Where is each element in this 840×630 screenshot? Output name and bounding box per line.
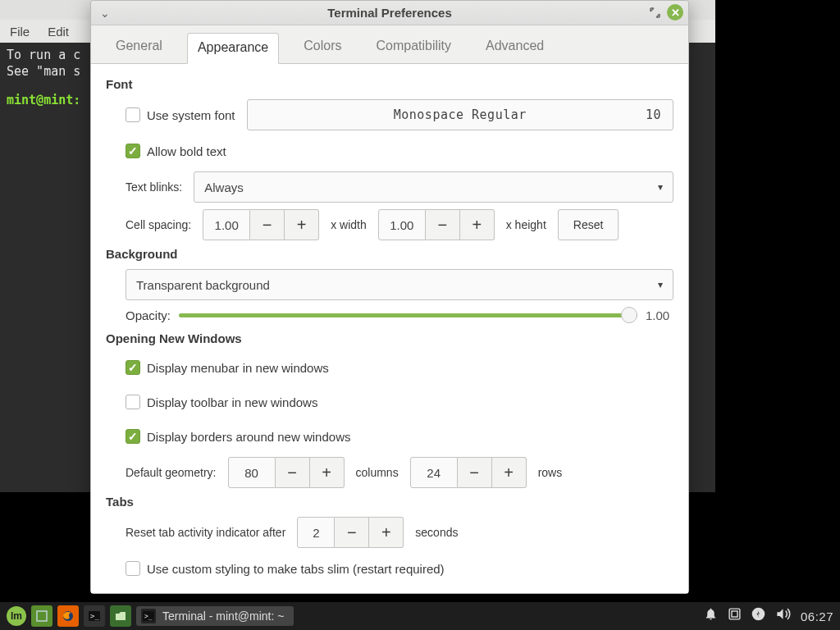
width-suffix: x width bbox=[331, 218, 367, 231]
terminal-prompt: mint@mint: bbox=[7, 93, 80, 107]
use-system-font-checkbox[interactable]: Use system font bbox=[126, 107, 235, 122]
plus-button[interactable]: + bbox=[285, 209, 319, 240]
reset-indicator-label: Reset tab activity indicator after bbox=[126, 526, 285, 539]
tab-bar: General Appearance Colors Compatibility … bbox=[91, 25, 688, 64]
font-chooser-button[interactable]: Monospace Regular 10 bbox=[247, 99, 673, 130]
terminal-menu-edit[interactable]: Edit bbox=[48, 25, 69, 39]
display-toolbar-checkbox[interactable]: Display toolbar in new windows bbox=[126, 395, 317, 409]
font-size: 10 bbox=[646, 107, 661, 122]
svg-text:>_: >_ bbox=[90, 612, 99, 620]
use-system-font-label: Use system font bbox=[147, 108, 235, 122]
show-desktop-icon[interactable] bbox=[31, 605, 52, 627]
minus-button[interactable]: − bbox=[426, 209, 460, 240]
display-borders-label: Display borders around new windows bbox=[147, 430, 350, 444]
power-icon[interactable] bbox=[751, 607, 765, 625]
appearance-panel: Font Use system font Monospace Regular 1… bbox=[91, 64, 688, 593]
taskbar-app-terminal[interactable]: >_ Terminal - mint@mint: ~ bbox=[136, 606, 294, 626]
files-icon[interactable] bbox=[110, 605, 131, 627]
seconds-suffix: seconds bbox=[415, 526, 458, 539]
workspace-icon[interactable] bbox=[728, 607, 742, 625]
seconds-value[interactable]: 2 bbox=[297, 517, 335, 548]
cell-spacing-label: Cell spacing: bbox=[126, 218, 191, 231]
svg-text:>_: >_ bbox=[144, 613, 153, 620]
columns-value[interactable]: 80 bbox=[228, 457, 276, 488]
terminal-menu-file[interactable]: File bbox=[10, 25, 30, 39]
dialog-titlebar[interactable]: ⌄ Terminal Preferences ✕ bbox=[91, 1, 688, 25]
display-menubar-label: Display menubar in new windows bbox=[147, 361, 329, 375]
text-blinks-label: Text blinks: bbox=[126, 180, 182, 194]
checkbox-icon bbox=[126, 429, 140, 444]
cell-width-value[interactable]: 1.00 bbox=[203, 209, 250, 240]
plus-button[interactable]: + bbox=[369, 517, 404, 548]
chevron-down-icon: ▾ bbox=[658, 279, 663, 290]
svg-rect-0 bbox=[37, 611, 47, 621]
cell-height-value[interactable]: 1.00 bbox=[378, 209, 426, 240]
allow-bold-checkbox[interactable]: Allow bold text bbox=[126, 144, 226, 158]
slider-track bbox=[179, 313, 637, 317]
section-new-windows: Opening New Windows bbox=[106, 331, 673, 345]
columns-spinner[interactable]: 80 − + bbox=[228, 457, 345, 488]
system-tray: 06:27 bbox=[704, 606, 833, 626]
volume-icon[interactable] bbox=[775, 606, 791, 626]
opacity-slider[interactable] bbox=[179, 307, 637, 323]
rows-spinner[interactable]: 24 − + bbox=[410, 457, 527, 488]
preferences-dialog: ⌄ Terminal Preferences ✕ General Appeara… bbox=[90, 0, 689, 594]
background-mode-combo[interactable]: Transparent background ▾ bbox=[126, 269, 673, 300]
height-suffix: x height bbox=[506, 218, 546, 231]
checkbox-icon bbox=[126, 144, 140, 158]
section-font: Font bbox=[106, 77, 673, 91]
section-tabs: Tabs bbox=[106, 495, 673, 509]
minus-button[interactable]: − bbox=[250, 209, 285, 240]
seconds-spinner[interactable]: 2 − + bbox=[297, 517, 404, 548]
tab-advanced[interactable]: Advanced bbox=[476, 32, 554, 63]
clock[interactable]: 06:27 bbox=[801, 609, 833, 623]
tab-colors[interactable]: Colors bbox=[294, 32, 351, 63]
checkbox-icon bbox=[126, 561, 140, 576]
tab-general[interactable]: General bbox=[106, 32, 172, 63]
minus-button[interactable]: − bbox=[335, 517, 369, 548]
opacity-label: Opacity: bbox=[126, 308, 171, 322]
slider-thumb[interactable] bbox=[621, 307, 637, 323]
chevron-down-icon: ▾ bbox=[658, 181, 663, 193]
rows-value[interactable]: 24 bbox=[410, 457, 458, 488]
display-menubar-checkbox[interactable]: Display menubar in new windows bbox=[126, 360, 329, 375]
dialog-title: Terminal Preferences bbox=[91, 6, 688, 20]
section-background: Background bbox=[106, 247, 673, 261]
terminal-launcher-icon[interactable]: >_ bbox=[84, 605, 105, 627]
reset-button[interactable]: Reset bbox=[558, 209, 619, 240]
minus-button[interactable]: − bbox=[276, 457, 310, 488]
checkbox-icon bbox=[126, 360, 140, 375]
cell-height-spinner[interactable]: 1.00 − + bbox=[378, 209, 495, 240]
plus-button[interactable]: + bbox=[492, 457, 527, 488]
columns-suffix: columns bbox=[356, 466, 399, 479]
rows-suffix: rows bbox=[538, 466, 563, 479]
maximize-icon[interactable] bbox=[647, 5, 662, 20]
firefox-icon[interactable] bbox=[57, 605, 79, 627]
default-geometry-label: Default geometry: bbox=[126, 466, 217, 479]
svg-rect-7 bbox=[732, 611, 737, 617]
text-blinks-value: Always bbox=[204, 180, 244, 194]
checkbox-icon bbox=[126, 107, 140, 122]
tab-appearance[interactable]: Appearance bbox=[187, 33, 279, 64]
svg-rect-6 bbox=[729, 609, 740, 619]
mint-menu-icon[interactable]: lm bbox=[7, 606, 26, 626]
minus-button[interactable]: − bbox=[458, 457, 492, 488]
plus-button[interactable]: + bbox=[460, 209, 495, 240]
display-borders-checkbox[interactable]: Display borders around new windows bbox=[126, 429, 350, 444]
display-toolbar-label: Display toolbar in new windows bbox=[147, 395, 317, 409]
slim-tabs-label: Use custom styling to make tabs slim (re… bbox=[147, 562, 445, 576]
taskbar: lm >_ >_ Terminal - mint@mint: ~ 06:27 bbox=[0, 602, 840, 630]
font-name: Monospace Regular bbox=[394, 107, 527, 122]
plus-button[interactable]: + bbox=[310, 457, 345, 488]
cell-width-spinner[interactable]: 1.00 − + bbox=[203, 209, 319, 240]
text-blinks-combo[interactable]: Always ▾ bbox=[194, 171, 673, 203]
notifications-icon[interactable] bbox=[704, 607, 718, 625]
checkbox-icon bbox=[126, 395, 140, 409]
background-mode-value: Transparent background bbox=[136, 278, 270, 292]
tab-compatibility[interactable]: Compatibility bbox=[366, 32, 461, 63]
allow-bold-label: Allow bold text bbox=[147, 144, 226, 158]
opacity-value: 1.00 bbox=[646, 308, 673, 322]
slim-tabs-checkbox[interactable]: Use custom styling to make tabs slim (re… bbox=[126, 561, 445, 576]
close-button[interactable]: ✕ bbox=[667, 4, 683, 21]
terminal-icon: >_ bbox=[141, 609, 156, 623]
